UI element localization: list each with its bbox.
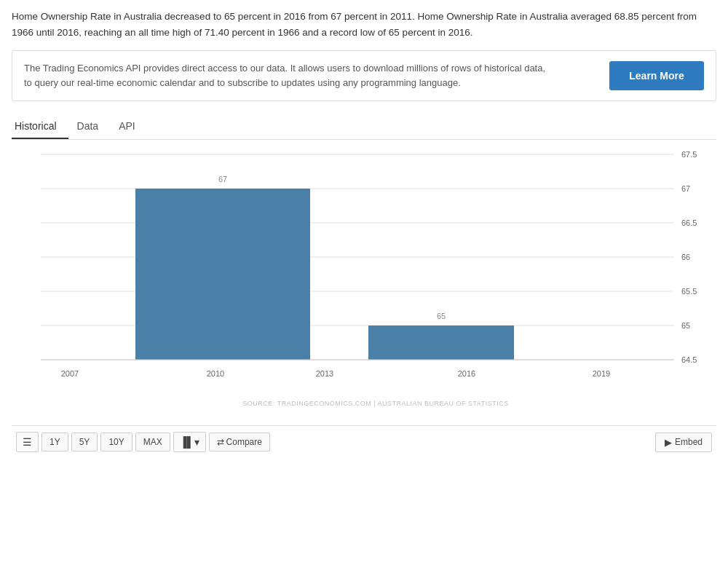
learn-more-button[interactable]: Learn More <box>609 61 704 90</box>
source-text: SOURCE: TRADINGECONOMICS.COM | AUSTRALIA… <box>242 400 508 407</box>
y-label-65-5: 65.5 <box>681 287 697 296</box>
chart-svg: 67.5 67 66.5 66 65.5 65 64.5 67 65 <box>12 147 716 417</box>
y-label-65: 65 <box>681 321 690 330</box>
tab-historical[interactable]: Historical <box>12 114 68 139</box>
bar-2016-label: 65 <box>437 312 446 320</box>
y-label-66: 66 <box>681 253 690 261</box>
bar-2011 <box>135 189 310 360</box>
compare-button[interactable]: ⇄Compare <box>209 433 270 451</box>
y-label-67-5: 67.5 <box>681 150 697 159</box>
1y-button[interactable]: 1Y <box>41 433 68 451</box>
tab-bar: Historical Data API <box>12 114 716 140</box>
bar-2011-label: 67 <box>218 175 227 184</box>
description-text: Home Ownership Rate in Australia decreas… <box>12 9 716 40</box>
toolbar-left: ☰ 1Y 5Y 10Y MAX ▐▌▾ ⇄Compare <box>16 432 270 452</box>
api-box-text: The Trading Economics API provides direc… <box>24 61 548 90</box>
x-label-2019: 2019 <box>593 369 610 378</box>
bar-chart: 67.5 67 66.5 66 65.5 65 64.5 67 65 <box>12 147 716 417</box>
y-label-67: 67 <box>681 184 690 193</box>
chart-type-button[interactable]: ▐▌▾ <box>173 432 206 452</box>
x-label-2016: 2016 <box>458 369 475 378</box>
y-label-66-5: 66.5 <box>681 218 697 227</box>
5y-button[interactable]: 5Y <box>71 433 98 451</box>
chart-area: 67.5 67 66.5 66 65.5 65 64.5 67 65 <box>12 147 716 422</box>
10y-button[interactable]: 10Y <box>100 433 132 451</box>
tab-api[interactable]: API <box>116 114 147 139</box>
chart-type-icon: ▐▌▾ <box>180 436 199 448</box>
y-label-64-5: 64.5 <box>681 355 697 364</box>
x-label-2013: 2013 <box>316 369 333 378</box>
toolbar: ☰ 1Y 5Y 10Y MAX ▐▌▾ ⇄Compare ▶ Embed <box>12 425 716 458</box>
max-button[interactable]: MAX <box>135 433 170 451</box>
toolbar-right: ▶ Embed <box>655 433 712 452</box>
compare-icon: ⇄ <box>217 437 224 447</box>
embed-button[interactable]: ▶ Embed <box>655 433 712 452</box>
x-label-2007: 2007 <box>61 369 79 378</box>
x-label-2010: 2010 <box>207 369 224 378</box>
table-view-button[interactable]: ☰ <box>16 432 39 452</box>
api-info-box: The Trading Economics API provides direc… <box>12 50 716 101</box>
tab-data[interactable]: Data <box>74 114 111 139</box>
bar-2016 <box>368 325 514 360</box>
embed-icon: ▶ <box>665 437 672 448</box>
